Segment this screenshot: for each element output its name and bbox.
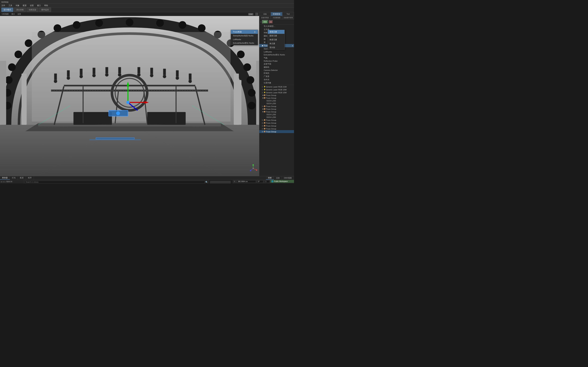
close-button[interactable]: ✕ bbox=[269, 20, 273, 24]
tree-ss2v4[interactable]: SS2V-L250 bbox=[259, 116, 294, 119]
btab-coords[interactable]: 坐标 bbox=[266, 176, 274, 180]
tree-ss2v3[interactable]: SS2V-L250 bbox=[259, 113, 294, 116]
ctx-loft[interactable]: LoftNurbs bbox=[231, 38, 258, 41]
vp-cad[interactable]: CAD视图 bbox=[1, 13, 9, 16]
rtab-tool[interactable]: Tool bbox=[282, 12, 294, 16]
tree-laser3[interactable]: ▷ 💡 Generic Laser RGB 10W bbox=[259, 91, 294, 94]
svg-point-14 bbox=[198, 24, 206, 32]
svg-point-75 bbox=[126, 101, 130, 104]
svg-rect-26 bbox=[0, 61, 6, 125]
tree-truss5[interactable]: ▼ 📦 Truss Group bbox=[259, 110, 294, 113]
rtab-devices[interactable]: 设备 bbox=[259, 12, 271, 16]
sub-circular[interactable]: 圆形元素 bbox=[268, 34, 285, 38]
rot-x-value[interactable]: 0° bbox=[257, 180, 263, 183]
rtab-schematic[interactable]: 示意图视图 bbox=[271, 16, 282, 19]
svg-rect-38 bbox=[54, 74, 57, 80]
tree-truss1[interactable]: ▼ 📦 Truss Group bbox=[259, 94, 294, 97]
tree-truss7[interactable]: ▷ 📦 Truss Group bbox=[259, 121, 294, 124]
viewport-toolbar: CAD视图 显示 设置 Live bbox=[0, 12, 259, 16]
tab-show[interactable]: 演出控制 bbox=[14, 8, 26, 12]
svg-point-20 bbox=[248, 89, 256, 97]
menu-object[interactable]: 对象 bbox=[15, 4, 20, 7]
tree-ambient[interactable]: 全向光 bbox=[259, 78, 294, 81]
svg-rect-50 bbox=[138, 67, 140, 74]
btab-dmx[interactable]: DMX视图 bbox=[282, 176, 294, 180]
tree-loft[interactable]: LoftNurbs bbox=[259, 50, 294, 53]
add-button[interactable]: 添加 bbox=[262, 20, 268, 24]
bottom-content: ⊞ ⊟ ⊡ 我的灯库 Milos ProLyte B1609V Boxcorne… bbox=[0, 180, 294, 184]
tab-hardware[interactable]: 硬件监控 bbox=[39, 8, 51, 12]
sidebar-icons: ⊞ ⊟ ⊡ bbox=[1, 181, 6, 183]
tree-truss4[interactable]: ▼ 📦 Truss Group bbox=[259, 108, 294, 110]
svg-rect-44 bbox=[93, 68, 95, 74]
library-sidebar: ⊞ ⊟ ⊡ 我的灯库 Milos ProLyte B1609V Boxcorne… bbox=[0, 180, 24, 184]
menu-settings[interactable]: 设置 bbox=[29, 4, 34, 7]
pos-x-value[interactable]: 385.9994 cm bbox=[237, 180, 256, 183]
tree-truss8[interactable]: ▷ 📦 Truss Group bbox=[259, 124, 294, 127]
ctx-truss[interactable]: Truss/桁架 ▶ bbox=[231, 30, 258, 34]
svg-rect-89 bbox=[96, 138, 134, 139]
tree-ss2v1[interactable]: SS2V-L250 bbox=[259, 100, 294, 102]
lib-search: 🔍 bbox=[24, 180, 209, 184]
tab-animate[interactable]: 动画渲染 bbox=[26, 8, 38, 12]
tree-truss10[interactable]: ▷ 📦 Truss Group bbox=[259, 130, 294, 133]
svg-rect-42 bbox=[80, 69, 82, 75]
svg-point-13 bbox=[179, 21, 186, 29]
rtab-hwmgr[interactable]: 设备硬件管理 bbox=[282, 16, 294, 19]
svg-point-43 bbox=[80, 75, 83, 78]
size-x-value[interactable]: 1 bbox=[265, 180, 269, 183]
tree-truss3[interactable]: ▷ 📦 Truss Group bbox=[259, 105, 294, 108]
viewport[interactable]: CAD视图 显示 设置 Live bbox=[0, 12, 259, 176]
btab-active[interactable]: 活体 bbox=[274, 176, 282, 180]
menu-tools[interactable]: 工具 bbox=[8, 4, 13, 7]
sub-reiler[interactable]: 雷尔架 bbox=[268, 46, 285, 50]
tree-area[interactable]: 区域光 bbox=[259, 72, 294, 75]
menu-file[interactable]: 文件 bbox=[1, 4, 6, 7]
tree-truss2[interactable]: ▼ 📦 Truss Group bbox=[259, 97, 294, 100]
sub-corner[interactable]: 角元素 bbox=[268, 42, 285, 46]
btab-lights[interactable]: 灯光 bbox=[10, 176, 18, 180]
svg-point-19 bbox=[247, 76, 254, 84]
tree-truss9[interactable]: ▷ 📦 Truss Group bbox=[259, 127, 294, 130]
tree-position[interactable]: 位置对象 bbox=[259, 81, 294, 84]
ws-scenes[interactable]: ▼ 📁 Scenes bbox=[270, 183, 294, 184]
svg-point-17 bbox=[237, 50, 245, 58]
tree-import3d[interactable]: 导入3D模型... bbox=[259, 25, 294, 28]
btab-program[interactable]: 程序 bbox=[26, 176, 34, 180]
tree-extrude[interactable]: ExtrudeNurbs/挤出 Nurbs bbox=[259, 53, 294, 56]
vp-display[interactable]: 显示 bbox=[11, 13, 16, 16]
tree-reflection[interactable]: Reflection Probe bbox=[259, 60, 294, 62]
menu-window[interactable]: 窗口 bbox=[36, 4, 42, 7]
tree-laser2[interactable]: ▷ 💡 Generic Laser RGB 10W bbox=[259, 88, 294, 91]
tree-laser1[interactable]: ▷ 💡 Generic Laser RGB 21W bbox=[259, 85, 294, 88]
tree-atmosphere[interactable]: 气氛 bbox=[259, 56, 294, 60]
btab-library[interactable]: 库存器 bbox=[0, 176, 10, 180]
search-icon[interactable]: 🔍 bbox=[205, 181, 208, 183]
search-input[interactable] bbox=[25, 181, 205, 184]
tree-camera[interactable]: 摄影机 bbox=[259, 66, 294, 69]
ctx-sweep[interactable]: SweepNurbs/造型 Nurbs bbox=[231, 34, 258, 38]
svg-point-4 bbox=[8, 63, 16, 71]
menu-config[interactable]: 配置 bbox=[22, 4, 27, 7]
menu-help[interactable]: 帮助 bbox=[43, 4, 49, 7]
workspace-root[interactable]: 🌐 Public Workspace bbox=[270, 180, 294, 183]
tree-mirror[interactable]: 反射平面 bbox=[259, 62, 294, 66]
sub-angle[interactable]: 角度元素 bbox=[268, 38, 285, 42]
rtab-3dmodel[interactable]: 3D模型/坐 bbox=[271, 12, 282, 16]
vp-settings[interactable]: 设置 bbox=[17, 13, 22, 16]
tab-design[interactable]: 设计模式 bbox=[1, 8, 13, 12]
ctx-extrude[interactable]: ExtrudeNurbs/挤出 Nurbs bbox=[231, 41, 258, 45]
tree-truss6[interactable]: ▷ 📦 Truss Group bbox=[259, 119, 294, 121]
svg-rect-52 bbox=[150, 68, 153, 74]
vp-live: Live bbox=[248, 13, 253, 15]
detail-thumb bbox=[210, 181, 231, 184]
svg-point-12 bbox=[156, 19, 164, 27]
rtab-devmgr[interactable]: 设备管理器 bbox=[259, 16, 271, 19]
tree-broadcast[interactable]: 广发器 bbox=[259, 75, 294, 78]
tree-camerasel[interactable]: Camera Selector bbox=[259, 69, 294, 72]
sub-linear[interactable]: 直线元素 bbox=[268, 30, 285, 34]
tree-ss2v2[interactable]: SS2V-L250 bbox=[259, 102, 294, 105]
btab-config[interactable]: 配置 bbox=[18, 176, 26, 180]
workspace-icon: 🌐 bbox=[271, 180, 273, 182]
vp-close-btn[interactable] bbox=[255, 13, 258, 16]
